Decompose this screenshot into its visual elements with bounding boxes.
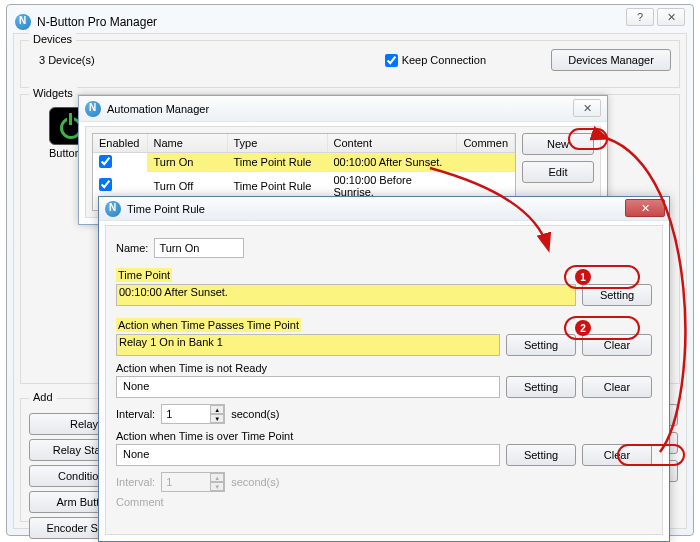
table-row[interactable]: Turn On Time Point Rule 00:10:00 After S… <box>93 152 515 172</box>
app-icon <box>105 201 121 217</box>
automation-manager-titlebar: Automation Manager ✕ <box>79 96 607 122</box>
interval-input-2 <box>162 473 210 491</box>
cell-content: 00:10:00 After Sunset. <box>327 152 457 172</box>
not-ready-setting-button[interactable]: Setting <box>506 376 576 398</box>
devices-group: Devices 3 Device(s) Keep Connection Devi… <box>20 40 680 88</box>
over-value: None <box>116 444 500 466</box>
table-header: Enabled Name Type Content Commen <box>93 134 515 152</box>
action-passes-setting-button[interactable]: Setting <box>506 334 576 356</box>
row-enabled-checkbox[interactable] <box>99 178 112 191</box>
app-icon <box>85 101 101 117</box>
keep-connection-checkbox[interactable]: Keep Connection <box>385 54 486 67</box>
close-icon: ✕ <box>667 11 676 24</box>
action-passes-clear-button[interactable]: Clear <box>582 334 652 356</box>
spin-down[interactable]: ▼ <box>210 414 224 423</box>
help-icon: ? <box>637 11 643 23</box>
cell-name: Turn On <box>147 152 227 172</box>
name-input[interactable] <box>154 238 244 258</box>
close-icon: ✕ <box>641 202 650 215</box>
help-button[interactable]: ? <box>626 8 654 26</box>
interval-input[interactable] <box>162 405 210 423</box>
spin-down: ▼ <box>210 482 224 491</box>
keep-connection-label: Keep Connection <box>402 54 486 66</box>
row-enabled-checkbox[interactable] <box>99 155 112 168</box>
window-title: N-Button Pro Manager <box>37 15 157 29</box>
action-passes-value: Relay 1 On in Bank 1 <box>116 334 500 356</box>
not-ready-value: None <box>116 376 500 398</box>
tpr-title-text: Time Point Rule <box>127 203 205 215</box>
cell-type: Time Point Rule <box>227 152 327 172</box>
comment-label: Comment <box>116 496 652 508</box>
close-icon: ✕ <box>583 102 592 115</box>
interval-spinner[interactable]: ▲▼ <box>161 404 225 424</box>
not-ready-clear-button[interactable]: Clear <box>582 376 652 398</box>
col-name[interactable]: Name <box>147 134 227 152</box>
col-type[interactable]: Type <box>227 134 327 152</box>
tpr-close-button[interactable]: ✕ <box>625 199 665 217</box>
keep-connection-input[interactable] <box>385 54 398 67</box>
spin-up[interactable]: ▲ <box>210 405 224 414</box>
interval-label-2: Interval: <box>116 476 155 488</box>
devices-manager-button[interactable]: Devices Manager <box>551 49 671 71</box>
interval-spinner-2: ▲▼ <box>161 472 225 492</box>
time-point-label: Time Point <box>116 268 172 282</box>
col-comment[interactable]: Commen <box>457 134 515 152</box>
col-content[interactable]: Content <box>327 134 457 152</box>
app-icon <box>15 14 31 30</box>
col-enabled[interactable]: Enabled <box>93 134 147 152</box>
over-clear-button[interactable]: Clear <box>582 444 652 466</box>
tpr-titlebar: Time Point Rule ✕ <box>99 197 669 221</box>
over-label: Action when Time is over Time Point <box>116 430 652 442</box>
widgets-group-title: Widgets <box>29 87 77 99</box>
time-point-value: 00:10:00 After Sunset. <box>116 284 576 306</box>
devices-group-title: Devices <box>29 33 76 45</box>
edit-rule-button[interactable]: Edit <box>522 161 594 183</box>
seconds-label-2: second(s) <box>231 476 279 488</box>
over-setting-button[interactable]: Setting <box>506 444 576 466</box>
name-label: Name: <box>116 242 148 254</box>
spin-up: ▲ <box>210 473 224 482</box>
time-point-rule-window: Time Point Rule ✕ Name: Time Point 00:10… <box>98 196 670 542</box>
not-ready-label: Action when Time is not Ready <box>116 362 652 374</box>
action-passes-label: Action when Time Passes Time Point <box>116 318 301 332</box>
titlebar: N-Button Pro Manager ? ✕ <box>7 5 693 33</box>
add-group-title: Add <box>29 391 57 403</box>
new-rule-button[interactable]: New <box>522 133 594 155</box>
time-point-setting-button[interactable]: Setting <box>582 284 652 306</box>
seconds-label: second(s) <box>231 408 279 420</box>
device-count: 3 Device(s) <box>39 54 95 66</box>
automation-manager-title: Automation Manager <box>107 103 209 115</box>
am-close-button[interactable]: ✕ <box>573 99 601 117</box>
close-button[interactable]: ✕ <box>657 8 685 26</box>
interval-label: Interval: <box>116 408 155 420</box>
